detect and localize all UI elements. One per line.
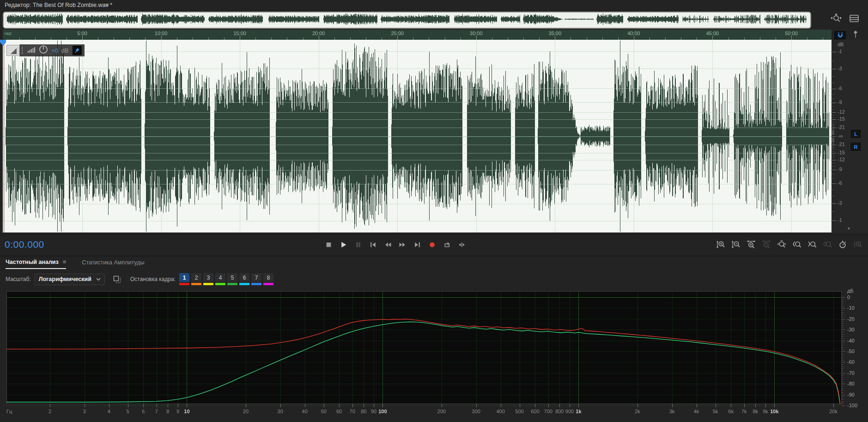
hold-frame-color-bar <box>239 283 249 285</box>
zoom-out-amplitude-button[interactable] <box>732 240 740 249</box>
amplitude-tick <box>832 183 836 184</box>
amplitude-minor-tick <box>832 121 834 122</box>
fast-forward-button[interactable] <box>399 241 406 248</box>
tab-menu-icon[interactable]: ≡ <box>63 258 67 265</box>
amplitude-tick <box>832 119 836 120</box>
amplitude-tick <box>832 203 836 204</box>
hold-frame-number: 2 <box>191 273 201 282</box>
marker-pin-icon[interactable] <box>852 30 859 40</box>
amplitude-minor-tick <box>832 141 834 142</box>
amplitude-label: -1 <box>838 49 842 54</box>
copy-graph-icon[interactable] <box>113 275 121 283</box>
gain-value[interactable]: +0 <box>51 47 58 54</box>
amplitude-minor-tick <box>832 61 834 61</box>
snap-magnet-icon[interactable] <box>833 30 847 40</box>
frequency-analysis-chart[interactable] <box>0 287 868 422</box>
panel-menu-icon[interactable]: ≡ <box>105 1 109 8</box>
hold-frame-button-8[interactable]: 8 <box>263 273 273 285</box>
hold-frame-number: 4 <box>215 273 225 282</box>
waveform-canvas[interactable] <box>3 40 832 232</box>
amplitude-minor-tick <box>832 141 834 141</box>
time-display[interactable]: 0:00.000 <box>5 239 44 250</box>
zoom-out-point-button[interactable] <box>808 240 816 249</box>
zoom-in-point-button[interactable] <box>793 240 801 249</box>
amplitude-minor-tick <box>832 178 834 179</box>
amplitude-label: -1 <box>838 217 842 223</box>
hold-frame-number: 3 <box>203 273 213 282</box>
timed-record-button[interactable] <box>838 240 847 249</box>
hold-frame-color-bar <box>227 283 237 285</box>
amplitude-minor-tick <box>832 148 834 148</box>
record-button[interactable] <box>429 241 436 248</box>
pan-zoom-icon[interactable] <box>831 13 842 24</box>
panel-list-icon[interactable] <box>849 13 859 24</box>
amplitude-tick <box>832 52 836 52</box>
amplitude-minor-tick <box>832 129 834 130</box>
zoom-amplitude-reset-button[interactable] <box>854 240 862 249</box>
amplitude-minor-tick <box>832 127 834 127</box>
hold-frame-button-6[interactable]: 6 <box>239 273 249 285</box>
pause-button[interactable] <box>355 241 362 248</box>
amplitude-minor-tick <box>832 143 834 143</box>
channel-right-button[interactable]: R <box>850 142 862 152</box>
ruler-tick <box>240 36 240 40</box>
ruler-time-label: 25:00 <box>391 31 404 36</box>
gain-knob-icon[interactable] <box>39 45 48 56</box>
amplitude-minor-tick <box>832 151 834 152</box>
range-handle[interactable] <box>5 15 7 24</box>
amplitude-tick <box>832 69 836 69</box>
amplitude-tick <box>832 220 836 221</box>
hold-frame-button-2[interactable]: 2 <box>191 273 201 285</box>
rewind-button[interactable] <box>384 241 391 248</box>
amplitude-minor-tick <box>832 139 834 139</box>
tab-frequency-analysis[interactable]: Частотный анализ≡ <box>6 258 66 269</box>
zoom-selection-button[interactable] <box>823 240 832 249</box>
hold-frame-button-7[interactable]: 7 <box>251 273 261 285</box>
ruler-tick <box>319 36 319 40</box>
scale-dropdown[interactable]: Логарифмический <box>35 274 105 285</box>
amplitude-minor-tick <box>832 98 834 99</box>
amplitude-label: -21 <box>838 141 845 147</box>
scale-dropdown-value: Логарифмический <box>39 276 96 282</box>
hold-frame-number: 1 <box>179 273 189 282</box>
overview-waveform-strip[interactable] <box>3 12 811 29</box>
timeline-ruler[interactable]: чмс 5:0010:0015:0020:0025:0030:0035:0040… <box>3 30 832 40</box>
zoom-full-button[interactable] <box>777 240 786 249</box>
amplitude-minor-tick <box>832 124 834 125</box>
amplitude-minor-tick <box>832 135 834 135</box>
ruler-tick <box>555 36 555 40</box>
scale-label: Масштаб: <box>6 276 31 282</box>
hold-frame-button-3[interactable]: 3 <box>203 273 213 285</box>
amplitude-minor-tick <box>832 163 834 163</box>
amplitude-tick <box>832 136 836 137</box>
ruler-time-label: 20:00 <box>312 31 325 36</box>
gain-unit-label: dB <box>61 47 69 54</box>
zoom-out-time-button[interactable] <box>762 240 771 249</box>
skip-to-start-button[interactable] <box>370 241 376 248</box>
skip-to-end-button[interactable] <box>414 241 421 248</box>
hud-pin-button[interactable] <box>72 45 82 55</box>
skip-selection-button[interactable] <box>458 241 465 248</box>
hud-drag-handle[interactable] <box>22 47 24 54</box>
play-button[interactable] <box>340 241 347 248</box>
tab-amplitude-statistics[interactable]: Статистика Амплитуды <box>82 258 144 269</box>
hold-frame-button-1[interactable]: 1 <box>179 273 189 285</box>
hold-frame-button-5[interactable]: 5 <box>227 273 237 285</box>
corner-triangle-icon <box>11 48 17 54</box>
waveform-display <box>3 40 832 232</box>
hold-frame-number: 8 <box>263 273 273 282</box>
hud-collapse-button[interactable] <box>6 45 18 56</box>
hold-frame-color-bar <box>251 283 261 285</box>
amplitude-label: -15 <box>838 116 845 122</box>
amplitude-minor-tick <box>832 123 834 123</box>
scroll-arrow-icon[interactable]: ▲ <box>847 226 851 230</box>
channel-left-button[interactable]: L <box>850 129 862 139</box>
hold-frame-button-4[interactable]: 4 <box>215 273 225 285</box>
stop-button[interactable] <box>325 241 332 248</box>
zoom-in-amplitude-button[interactable] <box>716 240 725 249</box>
amplitude-label: -6 <box>838 86 842 91</box>
amplitude-tick <box>832 153 836 153</box>
amplitude-minor-tick <box>832 166 834 166</box>
loop-playback-button[interactable] <box>443 241 450 248</box>
zoom-in-time-button[interactable] <box>747 240 755 249</box>
